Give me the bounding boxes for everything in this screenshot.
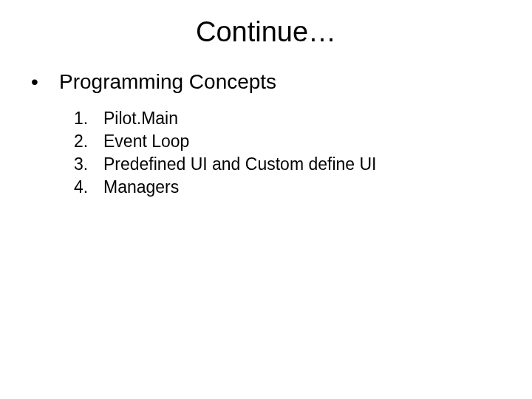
list-item: 3. Predefined UI and Custom define UI	[74, 153, 532, 176]
list-text: Event Loop	[103, 130, 532, 153]
list-text: Managers	[103, 176, 532, 199]
list-number: 1.	[74, 107, 103, 130]
ordered-list: 1. Pilot.Main 2. Event Loop 3. Predefine…	[30, 107, 532, 199]
list-number: 2.	[74, 130, 103, 153]
slide-title: Continue…	[0, 0, 532, 70]
bullet-icon: •	[30, 70, 59, 94]
list-number: 4.	[74, 176, 103, 199]
list-number: 3.	[74, 153, 103, 176]
list-text: Pilot.Main	[103, 107, 532, 130]
section-heading: Programming Concepts	[59, 70, 276, 94]
content-area: • Programming Concepts 1. Pilot.Main 2. …	[0, 70, 532, 199]
list-item: 1. Pilot.Main	[74, 107, 532, 130]
list-item: 2. Event Loop	[74, 130, 532, 153]
list-item: 4. Managers	[74, 176, 532, 199]
list-text: Predefined UI and Custom define UI	[103, 153, 532, 176]
section-heading-row: • Programming Concepts	[30, 70, 532, 94]
